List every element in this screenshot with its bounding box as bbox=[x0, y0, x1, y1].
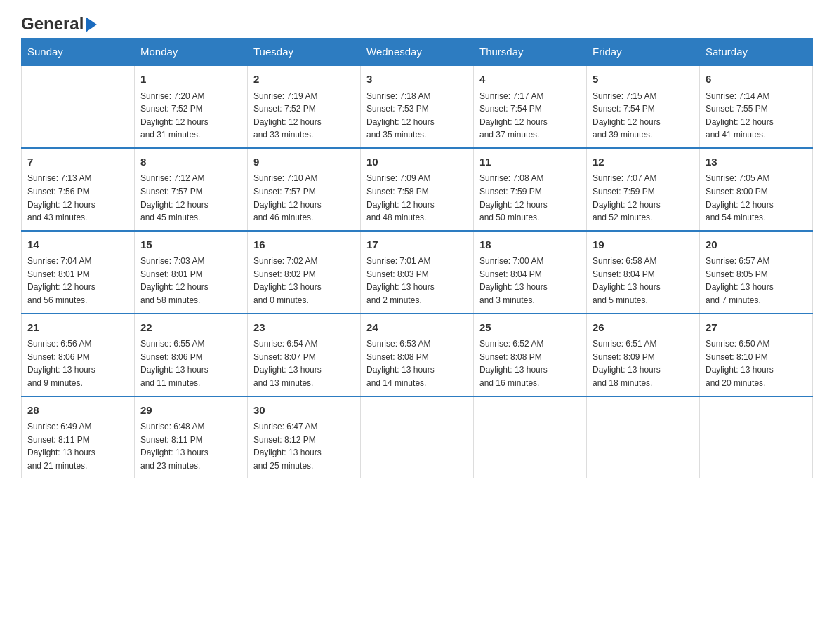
day-number: 18 bbox=[479, 237, 581, 253]
calendar-cell bbox=[474, 396, 587, 478]
day-number: 27 bbox=[706, 320, 807, 336]
calendar-cell: 17Sunrise: 7:01 AM Sunset: 8:03 PM Dayli… bbox=[361, 231, 474, 314]
day-info: Sunrise: 7:03 AM Sunset: 8:01 PM Dayligh… bbox=[140, 255, 241, 307]
calendar-cell: 29Sunrise: 6:48 AM Sunset: 8:11 PM Dayli… bbox=[135, 396, 248, 478]
calendar-cell: 9Sunrise: 7:10 AM Sunset: 7:57 PM Daylig… bbox=[248, 148, 361, 231]
day-number: 20 bbox=[706, 237, 807, 253]
calendar-cell: 1Sunrise: 7:20 AM Sunset: 7:52 PM Daylig… bbox=[135, 65, 248, 148]
calendar-cell bbox=[361, 396, 474, 478]
day-number: 6 bbox=[706, 72, 807, 88]
day-number: 24 bbox=[366, 320, 468, 336]
day-info: Sunrise: 7:09 AM Sunset: 7:58 PM Dayligh… bbox=[366, 172, 468, 224]
day-info: Sunrise: 7:13 AM Sunset: 7:56 PM Dayligh… bbox=[27, 172, 128, 224]
calendar-body: 1Sunrise: 7:20 AM Sunset: 7:52 PM Daylig… bbox=[22, 65, 813, 478]
day-info: Sunrise: 6:49 AM Sunset: 8:11 PM Dayligh… bbox=[27, 420, 128, 472]
column-header-thursday: Thursday bbox=[474, 39, 587, 66]
day-info: Sunrise: 7:12 AM Sunset: 7:57 PM Dayligh… bbox=[140, 172, 241, 224]
calendar-week-1: 1Sunrise: 7:20 AM Sunset: 7:52 PM Daylig… bbox=[22, 65, 813, 148]
calendar-cell: 28Sunrise: 6:49 AM Sunset: 8:11 PM Dayli… bbox=[22, 396, 135, 478]
column-header-tuesday: Tuesday bbox=[248, 39, 361, 66]
day-number: 22 bbox=[140, 320, 241, 336]
calendar-cell: 11Sunrise: 7:08 AM Sunset: 7:59 PM Dayli… bbox=[474, 148, 587, 231]
calendar-week-4: 21Sunrise: 6:56 AM Sunset: 8:06 PM Dayli… bbox=[22, 314, 813, 396]
day-info: Sunrise: 6:58 AM Sunset: 8:04 PM Dayligh… bbox=[593, 255, 694, 307]
column-header-friday: Friday bbox=[587, 39, 700, 66]
day-number: 28 bbox=[27, 403, 128, 419]
day-info: Sunrise: 7:18 AM Sunset: 7:53 PM Dayligh… bbox=[366, 90, 468, 142]
day-info: Sunrise: 7:04 AM Sunset: 8:01 PM Dayligh… bbox=[27, 255, 128, 307]
calendar-table: SundayMondayTuesdayWednesdayThursdayFrid… bbox=[21, 38, 813, 478]
day-info: Sunrise: 6:50 AM Sunset: 8:10 PM Dayligh… bbox=[706, 337, 807, 389]
day-info: Sunrise: 7:02 AM Sunset: 8:02 PM Dayligh… bbox=[253, 255, 355, 307]
calendar-cell: 15Sunrise: 7:03 AM Sunset: 8:01 PM Dayli… bbox=[135, 231, 248, 314]
day-number: 8 bbox=[140, 154, 241, 170]
page-header: General bbox=[21, 14, 813, 31]
day-number: 13 bbox=[706, 154, 807, 170]
day-info: Sunrise: 7:01 AM Sunset: 8:03 PM Dayligh… bbox=[366, 255, 468, 307]
day-number: 26 bbox=[593, 320, 694, 336]
calendar-week-3: 14Sunrise: 7:04 AM Sunset: 8:01 PM Dayli… bbox=[22, 231, 813, 314]
day-number: 14 bbox=[27, 237, 128, 253]
calendar-cell: 25Sunrise: 6:52 AM Sunset: 8:08 PM Dayli… bbox=[474, 314, 587, 396]
day-number: 10 bbox=[366, 154, 468, 170]
day-number: 23 bbox=[253, 320, 355, 336]
calendar-cell: 30Sunrise: 6:47 AM Sunset: 8:12 PM Dayli… bbox=[248, 396, 361, 478]
day-info: Sunrise: 7:19 AM Sunset: 7:52 PM Dayligh… bbox=[253, 90, 355, 142]
calendar-week-2: 7Sunrise: 7:13 AM Sunset: 7:56 PM Daylig… bbox=[22, 148, 813, 231]
day-info: Sunrise: 7:00 AM Sunset: 8:04 PM Dayligh… bbox=[479, 255, 581, 307]
day-number: 4 bbox=[479, 72, 581, 88]
day-info: Sunrise: 7:20 AM Sunset: 7:52 PM Dayligh… bbox=[140, 90, 241, 142]
day-number: 29 bbox=[140, 403, 241, 419]
column-header-wednesday: Wednesday bbox=[361, 39, 474, 66]
day-number: 5 bbox=[593, 72, 694, 88]
day-number: 3 bbox=[366, 72, 468, 88]
calendar-cell: 24Sunrise: 6:53 AM Sunset: 8:08 PM Dayli… bbox=[361, 314, 474, 396]
calendar-cell: 18Sunrise: 7:00 AM Sunset: 8:04 PM Dayli… bbox=[474, 231, 587, 314]
day-info: Sunrise: 6:57 AM Sunset: 8:05 PM Dayligh… bbox=[706, 255, 807, 307]
day-info: Sunrise: 7:07 AM Sunset: 7:59 PM Dayligh… bbox=[593, 172, 694, 224]
calendar-cell: 23Sunrise: 6:54 AM Sunset: 8:07 PM Dayli… bbox=[248, 314, 361, 396]
calendar-cell bbox=[22, 65, 135, 148]
day-info: Sunrise: 6:48 AM Sunset: 8:11 PM Dayligh… bbox=[140, 420, 241, 472]
logo-general-text: General bbox=[21, 14, 84, 34]
day-number: 25 bbox=[479, 320, 581, 336]
calendar-cell: 6Sunrise: 7:14 AM Sunset: 7:55 PM Daylig… bbox=[700, 65, 813, 148]
day-info: Sunrise: 6:52 AM Sunset: 8:08 PM Dayligh… bbox=[479, 337, 581, 389]
day-info: Sunrise: 6:55 AM Sunset: 8:06 PM Dayligh… bbox=[140, 337, 241, 389]
calendar-cell: 21Sunrise: 6:56 AM Sunset: 8:06 PM Dayli… bbox=[22, 314, 135, 396]
calendar-cell: 26Sunrise: 6:51 AM Sunset: 8:09 PM Dayli… bbox=[587, 314, 700, 396]
calendar-header-row: SundayMondayTuesdayWednesdayThursdayFrid… bbox=[22, 39, 813, 66]
column-header-monday: Monday bbox=[135, 39, 248, 66]
calendar-cell: 8Sunrise: 7:12 AM Sunset: 7:57 PM Daylig… bbox=[135, 148, 248, 231]
day-info: Sunrise: 7:10 AM Sunset: 7:57 PM Dayligh… bbox=[253, 172, 355, 224]
day-number: 15 bbox=[140, 237, 241, 253]
calendar-cell: 12Sunrise: 7:07 AM Sunset: 7:59 PM Dayli… bbox=[587, 148, 700, 231]
calendar-cell: 20Sunrise: 6:57 AM Sunset: 8:05 PM Dayli… bbox=[700, 231, 813, 314]
day-number: 9 bbox=[253, 154, 355, 170]
column-header-sunday: Sunday bbox=[22, 39, 135, 66]
day-number: 2 bbox=[253, 72, 355, 88]
calendar-cell: 19Sunrise: 6:58 AM Sunset: 8:04 PM Dayli… bbox=[587, 231, 700, 314]
day-info: Sunrise: 6:47 AM Sunset: 8:12 PM Dayligh… bbox=[253, 420, 355, 472]
calendar-cell: 16Sunrise: 7:02 AM Sunset: 8:02 PM Dayli… bbox=[248, 231, 361, 314]
day-info: Sunrise: 7:17 AM Sunset: 7:54 PM Dayligh… bbox=[479, 90, 581, 142]
day-number: 21 bbox=[27, 320, 128, 336]
day-number: 16 bbox=[253, 237, 355, 253]
day-info: Sunrise: 6:56 AM Sunset: 8:06 PM Dayligh… bbox=[27, 337, 128, 389]
calendar-cell: 2Sunrise: 7:19 AM Sunset: 7:52 PM Daylig… bbox=[248, 65, 361, 148]
day-info: Sunrise: 7:08 AM Sunset: 7:59 PM Dayligh… bbox=[479, 172, 581, 224]
calendar-cell: 27Sunrise: 6:50 AM Sunset: 8:10 PM Dayli… bbox=[700, 314, 813, 396]
day-number: 7 bbox=[27, 154, 128, 170]
logo: General bbox=[21, 14, 97, 31]
calendar-cell bbox=[700, 396, 813, 478]
calendar-cell: 3Sunrise: 7:18 AM Sunset: 7:53 PM Daylig… bbox=[361, 65, 474, 148]
day-info: Sunrise: 7:15 AM Sunset: 7:54 PM Dayligh… bbox=[593, 90, 694, 142]
calendar-cell: 10Sunrise: 7:09 AM Sunset: 7:58 PM Dayli… bbox=[361, 148, 474, 231]
day-info: Sunrise: 7:05 AM Sunset: 8:00 PM Dayligh… bbox=[706, 172, 807, 224]
calendar-week-5: 28Sunrise: 6:49 AM Sunset: 8:11 PM Dayli… bbox=[22, 396, 813, 478]
day-number: 19 bbox=[593, 237, 694, 253]
day-info: Sunrise: 6:51 AM Sunset: 8:09 PM Dayligh… bbox=[593, 337, 694, 389]
calendar-cell: 22Sunrise: 6:55 AM Sunset: 8:06 PM Dayli… bbox=[135, 314, 248, 396]
day-number: 12 bbox=[593, 154, 694, 170]
day-number: 30 bbox=[253, 403, 355, 419]
